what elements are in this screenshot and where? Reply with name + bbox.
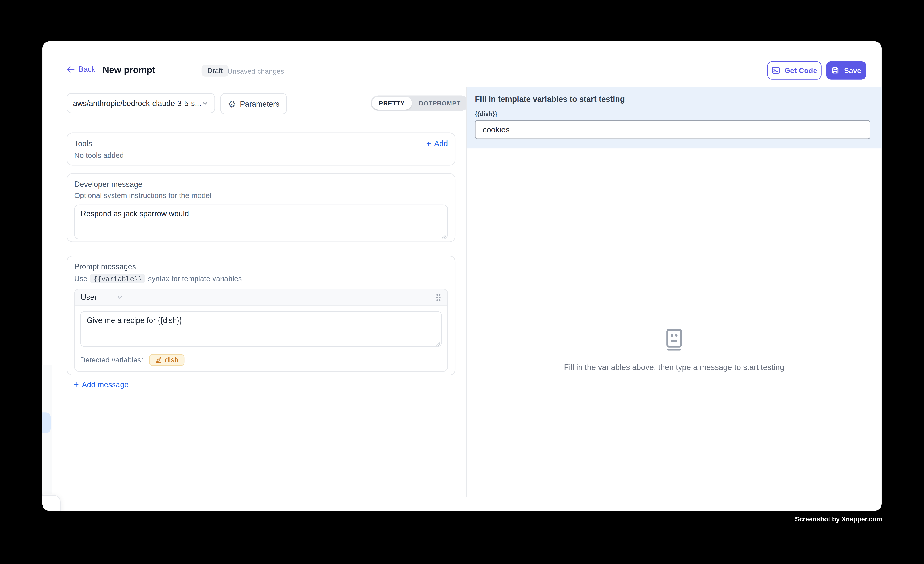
get-code-label: Get Code	[784, 66, 818, 75]
back-arrow-icon	[67, 66, 75, 73]
back-button[interactable]: Back	[67, 65, 95, 74]
hint-suffix: syntax for template variables	[148, 274, 242, 283]
status-badge: Draft	[202, 65, 229, 76]
unsaved-changes-text: Unsaved changes	[227, 67, 284, 75]
add-tool-label: Add	[434, 139, 448, 148]
toggle-pretty[interactable]: PRETTY	[372, 97, 412, 110]
empty-state: Fill in the variables above, then type a…	[466, 328, 882, 372]
get-code-button[interactable]: Get Code	[767, 62, 822, 80]
parameters-button[interactable]: ⚙ Parameters	[220, 93, 287, 114]
variable-value-input[interactable]	[475, 120, 870, 139]
view-toggle: PRETTY DOTPROMPT	[370, 96, 469, 111]
variable-chip[interactable]: dish	[149, 354, 184, 366]
hint-prefix: Use	[74, 274, 87, 283]
plus-icon: +	[426, 139, 431, 148]
add-message-label: Add message	[82, 380, 129, 389]
test-panel: Fill in template variables to start test…	[466, 87, 882, 496]
role-select-value: User	[81, 293, 97, 302]
template-variables-section: Fill in template variables to start test…	[466, 87, 882, 148]
drag-dots-icon	[435, 293, 441, 302]
hint-variable-code: {{variable}}	[90, 274, 145, 284]
detected-variables-label: Detected variables:	[80, 356, 143, 364]
gear-icon: ⚙	[228, 99, 236, 108]
tools-card: Tools + Add No tools added	[67, 132, 456, 165]
parameters-label: Parameters	[240, 99, 279, 108]
prompt-message-block: User Give me a recipe for {{dish}}	[74, 289, 448, 372]
robot-icon	[663, 328, 686, 351]
save-button[interactable]: Save	[826, 62, 866, 80]
drag-handle[interactable]	[435, 293, 441, 302]
pencil-icon	[155, 357, 162, 364]
variable-chip-label: dish	[165, 356, 178, 364]
tools-title: Tools	[74, 139, 92, 148]
developer-message-subtitle: Optional system instructions for the mod…	[74, 192, 448, 200]
template-syntax-hint: Use {{variable}} syntax for template var…	[74, 274, 448, 284]
sidebar-peek-active-item[interactable]	[42, 412, 51, 433]
resize-grip-icon[interactable]	[441, 233, 446, 238]
add-message-button[interactable]: + Add message	[74, 380, 129, 389]
prompt-messages-title: Prompt messages	[74, 262, 448, 271]
save-label: Save	[844, 66, 861, 75]
detected-variables-row: Detected variables: dish	[75, 350, 447, 371]
model-select-value: aws/anthropic/bedrock-claude-3-5-s...	[73, 99, 201, 108]
watermark-text: Screenshot by Xnapper.com	[795, 516, 882, 523]
chevron-down-icon	[202, 99, 209, 106]
role-select[interactable]: User	[81, 293, 123, 302]
plus-icon: +	[74, 380, 79, 389]
app-background: Back New prompt Draft Unsaved changes Ge…	[0, 0, 924, 564]
back-label: Back	[78, 65, 95, 74]
model-select[interactable]: aws/anthropic/bedrock-claude-3-5-s...	[67, 93, 215, 113]
empty-state-text: Fill in the variables above, then type a…	[466, 363, 882, 372]
save-icon	[831, 66, 840, 75]
tools-empty-text: No tools added	[74, 152, 448, 160]
variables-title: Fill in template variables to start test…	[475, 95, 870, 104]
add-tool-button[interactable]: + Add	[426, 139, 448, 148]
prompt-messages-card: Prompt messages Use {{variable}} syntax …	[67, 256, 456, 375]
page-title: New prompt	[102, 65, 155, 76]
sidebar-peek-popover	[42, 495, 61, 511]
resize-grip-icon[interactable]	[435, 341, 440, 346]
message-header: User	[75, 290, 447, 306]
toggle-dotprompt[interactable]: DOTPROMPT	[412, 97, 468, 110]
chevron-down-icon	[117, 294, 123, 300]
app-window: Back New prompt Draft Unsaved changes Ge…	[42, 41, 882, 511]
developer-message-textarea[interactable]: Respond as jack sparrow would	[74, 204, 448, 239]
terminal-icon	[771, 66, 780, 75]
variable-label: {{dish}}	[475, 110, 870, 117]
user-message-textarea[interactable]: Give me a recipe for {{dish}}	[80, 311, 442, 347]
developer-message-card: Developer message Optional system instru…	[67, 173, 456, 242]
developer-message-title: Developer message	[74, 180, 448, 189]
